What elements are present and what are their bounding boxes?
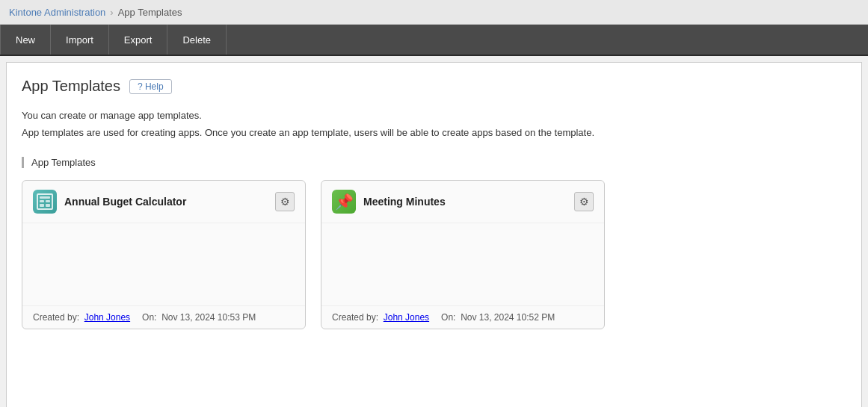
import-button[interactable]: Import xyxy=(51,25,109,55)
date-label-1: On: Nov 13, 2024 10:53 PM xyxy=(142,312,256,323)
date-label-2: On: Nov 13, 2024 10:52 PM xyxy=(441,312,555,323)
card-title-meeting-minutes: Meeting Minutes xyxy=(363,196,446,208)
settings-button-annual-budget[interactable]: ⚙ xyxy=(275,192,295,211)
app-icon-calculator xyxy=(33,190,57,214)
export-button[interactable]: Export xyxy=(109,25,168,55)
card-header-annual-budget: Annual Buget Calculator ⚙ xyxy=(22,181,305,223)
card-header-meeting-minutes: 📌 Meeting Minutes ⚙ xyxy=(321,181,604,223)
creator-name-2[interactable]: John Jones xyxy=(384,312,429,323)
card-footer-meeting-minutes: Created by: John Jones On: Nov 13, 2024 … xyxy=(321,305,604,329)
date-value-2: Nov 13, 2024 10:52 PM xyxy=(461,312,555,323)
page-title-row: App Templates Help xyxy=(22,78,846,95)
card-footer-annual-budget: Created by: John Jones On: Nov 13, 2024 … xyxy=(22,305,305,329)
creator-name-1[interactable]: John Jones xyxy=(84,312,130,323)
template-card-annual-budget: Annual Buget Calculator ⚙ Created by: Jo… xyxy=(22,180,306,329)
page-title: App Templates xyxy=(22,78,120,95)
pin-icon: 📌 xyxy=(335,193,354,211)
description: You can create or manage app templates. … xyxy=(22,107,846,142)
creator-label-1: Created by: John Jones xyxy=(33,312,130,323)
date-value-1: Nov 13, 2024 10:53 PM xyxy=(161,312,256,323)
creator-label-2: Created by: John Jones xyxy=(332,312,429,323)
breadcrumb-parent-link[interactable]: Kintone Administration xyxy=(9,7,105,18)
help-button[interactable]: Help xyxy=(129,79,172,94)
section-label: App Templates xyxy=(31,157,96,168)
description-line1: You can create or manage app templates. xyxy=(22,107,846,124)
card-title-annual-budget: Annual Buget Calculator xyxy=(64,196,186,208)
breadcrumb-separator: › xyxy=(110,7,113,18)
breadcrumb-current: App Templates xyxy=(118,7,182,18)
toolbar: New Import Export Delete xyxy=(0,25,868,56)
template-card-meeting-minutes: 📌 Meeting Minutes ⚙ Created by: John Jon… xyxy=(321,180,605,329)
card-body-annual-budget xyxy=(22,223,305,305)
templates-grid: Annual Buget Calculator ⚙ Created by: Jo… xyxy=(22,180,846,329)
card-title-row-2: 📌 Meeting Minutes xyxy=(332,190,446,214)
delete-button[interactable]: Delete xyxy=(167,25,227,55)
new-button[interactable]: New xyxy=(0,25,51,55)
description-line2: App templates are used for creating apps… xyxy=(22,124,846,141)
main-content: App Templates Help You can create or man… xyxy=(6,62,862,407)
settings-button-meeting-minutes[interactable]: ⚙ xyxy=(574,192,594,211)
card-title-row: Annual Buget Calculator xyxy=(33,190,186,214)
card-body-meeting-minutes xyxy=(321,223,604,305)
section-header: App Templates xyxy=(22,157,846,168)
breadcrumb: Kintone Administration › App Templates xyxy=(0,0,868,25)
app-icon-meeting: 📌 xyxy=(332,190,356,214)
